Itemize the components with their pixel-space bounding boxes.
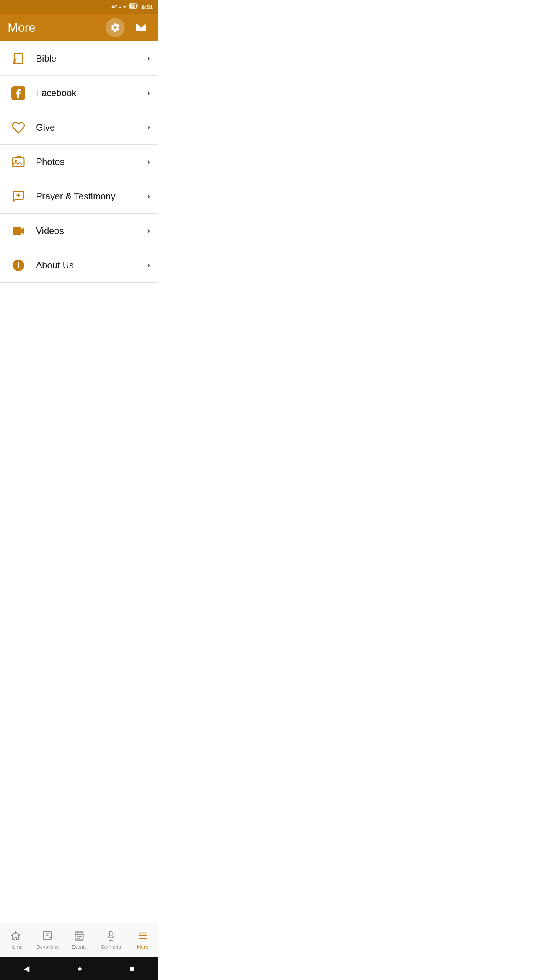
svg-rect-11 <box>13 227 21 235</box>
status-bar: 4G▲▼ 6:51 <box>0 0 158 14</box>
photos-chevron: › <box>147 157 150 167</box>
photos-label: Photos <box>36 157 147 167</box>
prayer-icon <box>8 186 28 206</box>
more-nav-icon <box>137 930 148 942</box>
svg-rect-28 <box>109 931 112 936</box>
nav-item-home[interactable]: Home <box>0 923 32 957</box>
events-nav-label: Events <box>72 944 87 950</box>
home-nav-label: Home <box>9 944 23 950</box>
aboutus-icon <box>8 255 28 275</box>
facebook-chevron: › <box>147 88 150 98</box>
more-nav-label: More <box>137 944 148 950</box>
aboutus-chevron: › <box>147 260 150 270</box>
home-button[interactable]: ● <box>77 964 82 973</box>
prayer-label: Prayer & Testimony <box>36 191 147 202</box>
android-nav-bar: ◀ ● ■ <box>0 957 158 980</box>
bible-icon <box>8 49 28 69</box>
bible-chevron: › <box>147 54 150 64</box>
give-icon <box>8 118 28 137</box>
videos-chevron: › <box>147 226 150 236</box>
menu-item-videos[interactable]: Videos › <box>0 214 158 248</box>
svg-rect-1 <box>137 5 137 7</box>
menu-item-facebook[interactable]: Facebook › <box>0 76 158 110</box>
give-label: Give <box>36 122 147 133</box>
header-actions <box>106 18 151 37</box>
header: More <box>0 14 158 41</box>
devotions-nav-label: Devotions <box>36 944 59 950</box>
svg-point-14 <box>18 262 20 264</box>
home-icon <box>10 930 21 942</box>
sermons-nav-label: Sermons <box>101 944 121 950</box>
network-indicator: 4G▲▼ <box>112 5 127 9</box>
sermons-icon <box>106 930 116 942</box>
aboutus-label: About Us <box>36 260 147 271</box>
facebook-icon <box>8 83 28 103</box>
menu-item-photos[interactable]: Photos › <box>0 145 158 179</box>
menu-list: Bible › Facebook › Give › <box>0 41 158 923</box>
bible-label: Bible <box>36 53 147 64</box>
settings-button[interactable] <box>106 18 125 37</box>
facebook-label: Facebook <box>36 88 147 98</box>
recent-button[interactable]: ■ <box>130 964 134 973</box>
nav-item-devotions[interactable]: Devotions <box>32 923 64 957</box>
nav-item-more[interactable]: More <box>127 923 158 957</box>
bottom-nav: Home Devotions <box>0 923 158 957</box>
menu-item-give[interactable]: Give › <box>0 110 158 145</box>
videos-label: Videos <box>36 225 147 236</box>
devotions-icon <box>42 930 53 942</box>
page-title: More <box>8 21 36 35</box>
nav-item-events[interactable]: Events <box>64 923 95 957</box>
battery-indicator <box>129 3 138 10</box>
videos-icon <box>8 221 28 241</box>
photos-icon <box>8 152 28 172</box>
clock: 6:51 <box>142 4 153 10</box>
menu-item-prayer[interactable]: Prayer & Testimony › <box>0 179 158 214</box>
back-button[interactable]: ◀ <box>24 964 29 973</box>
menu-item-aboutus[interactable]: About Us › <box>0 248 158 283</box>
prayer-chevron: › <box>147 191 150 201</box>
nav-item-sermons[interactable]: Sermons <box>95 923 127 957</box>
mail-button[interactable] <box>132 18 151 37</box>
menu-item-bible[interactable]: Bible › <box>0 41 158 76</box>
events-icon <box>74 930 85 942</box>
give-chevron: › <box>147 122 150 132</box>
